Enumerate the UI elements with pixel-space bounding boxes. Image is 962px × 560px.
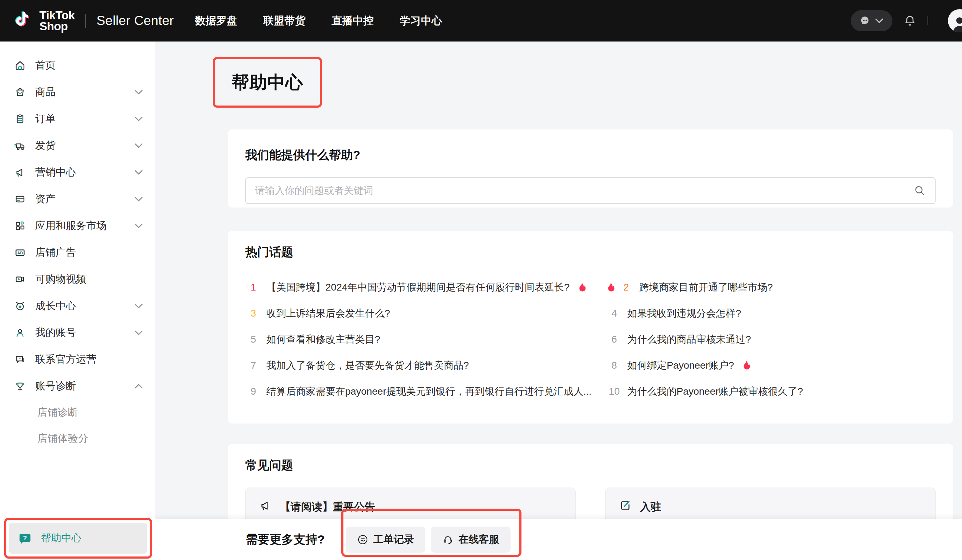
sidebar-item-label: 联系官方运营 (35, 352, 97, 366)
ticket-icon (357, 534, 368, 545)
announcement-megaphone-icon (259, 499, 272, 512)
logo-wordmark: TikTok Shop (39, 10, 74, 32)
hot-topics-heading: 热门话题 (245, 244, 936, 260)
topic-rank: 1 (245, 282, 261, 293)
top-navigation: 数据罗盘 联盟带货 直播中控 学习中心 (195, 14, 442, 28)
sidebar-item-my-account[interactable]: 我的账号 (0, 320, 155, 346)
support-button-label: 工单记录 (373, 533, 414, 547)
sidebar-item-shop-experience-score[interactable]: 店铺体验分 (0, 426, 155, 452)
sidebar-item-app-market[interactable]: 应用和服务市场 (0, 213, 155, 239)
sidebar-subitem-label: 店铺体验分 (37, 432, 88, 446)
ticket-records-button[interactable]: 工单记录 (346, 526, 425, 553)
topic-rank: 2 (618, 282, 634, 293)
sidebar-item-home[interactable]: 首页 (0, 52, 155, 79)
headset-icon (442, 534, 454, 545)
hot-topic-item[interactable]: 9 结算后商家需要在payoneer提现美元到银行，再到银行自行进行兑汇成人..… (245, 379, 592, 405)
person-icon (14, 327, 26, 339)
help-chat-icon: ? (18, 531, 32, 545)
hot-topic-item[interactable]: 6 为什么我的商品审核未通过? (606, 326, 936, 352)
top-bar: TikTok Shop Seller Center 数据罗盘 联盟带货 直播中控… (0, 0, 962, 42)
sidebar-item-label: 订单 (35, 112, 56, 126)
clipboard-icon (14, 113, 26, 125)
account-avatar[interactable] (948, 9, 962, 32)
chevron-down-icon (134, 196, 143, 202)
sidebar-item-help-center[interactable]: ? 帮助中心 (9, 523, 147, 554)
chevron-up-icon (134, 383, 143, 389)
hot-topic-item[interactable]: 10 为什么我的Payoneer账户被审核很久了? (606, 379, 936, 405)
hot-topic-item[interactable]: 1 【美国跨境】2024年中国劳动节假期期间是否有任何履行时间表延长? (245, 274, 592, 300)
hot-topic-item[interactable]: 4 如果我收到违规分会怎样? (606, 300, 936, 326)
sidebar-item-contact-ops[interactable]: 联系官方运营 (0, 346, 155, 373)
ad-icon: AD (14, 247, 26, 258)
chevron-down-icon (134, 303, 143, 309)
sidebar-item-account-diagnosis[interactable]: 账号诊断 (0, 373, 155, 400)
search-box (245, 177, 936, 204)
topbar-right-cluster (851, 9, 962, 32)
truck-icon (14, 140, 26, 152)
topic-text: 我加入了备货仓，是否要先备货才能售卖商品? (266, 359, 469, 372)
annotation-box-help-center: ? 帮助中心 (4, 518, 152, 558)
credit-card-icon (14, 193, 26, 205)
topic-rank: 10 (606, 386, 623, 397)
chevron-down-icon (134, 143, 143, 148)
nav-item-learning-center[interactable]: 学习中心 (400, 14, 442, 28)
sidebar-item-label: 商品 (35, 85, 56, 99)
main-content: 帮助中心 我们能提供什么帮助? 热门话题 1 【美国跨境】2024年中国劳动节假… (155, 42, 962, 560)
sidebar: 首页 商品 订单 发货 (0, 42, 155, 560)
sidebar-item-label: 发货 (35, 139, 56, 153)
hot-topics-grid: 1 【美国跨境】2024年中国劳动节假期期间是否有任何履行时间表延长? 2 跨境… (245, 274, 936, 405)
support-prompt: 需要更多支持? (245, 531, 325, 548)
nav-item-live-center[interactable]: 直播中控 (331, 14, 374, 28)
hot-topic-item[interactable]: 2 跨境商家目前开通了哪些市场? (606, 274, 936, 300)
hot-topic-item[interactable]: 5 如何查看和修改主营类目? (245, 326, 592, 352)
sidebar-item-label: 首页 (35, 58, 56, 73)
tiktok-note-icon (13, 10, 33, 32)
sidebar-item-label: 店铺广告 (35, 245, 76, 260)
search-icon[interactable] (914, 185, 926, 197)
support-button-label: 在线客服 (458, 533, 499, 547)
svg-text:?: ? (23, 534, 27, 542)
sidebar-item-shop-ads[interactable]: AD 店铺广告 (0, 239, 155, 266)
sidebar-item-shipping[interactable]: 发货 (0, 132, 155, 159)
topbar-mini-divider (928, 16, 928, 25)
topic-rank: 4 (606, 308, 623, 319)
topic-text: 收到上诉结果后会发生什么? (266, 307, 390, 320)
flame-icon (742, 360, 750, 371)
messages-pill-button[interactable] (851, 10, 892, 31)
sidebar-item-shoppable-video[interactable]: 可购物视频 (0, 266, 155, 293)
signup-pen-icon (619, 499, 631, 512)
sidebar-item-products[interactable]: 商品 (0, 79, 155, 105)
tiktok-shop-logo[interactable]: TikTok Shop (13, 10, 74, 32)
search-input[interactable] (255, 185, 914, 196)
home-icon (14, 60, 26, 71)
bell-icon[interactable] (903, 14, 917, 28)
app-grid-icon (14, 220, 26, 232)
faq-heading: 常见问题 (245, 457, 936, 473)
chat-bubble-icon (859, 15, 870, 26)
topic-text: 如何查看和修改主营类目? (266, 333, 380, 346)
sidebar-item-growth-center[interactable]: 成长中心 (0, 293, 155, 320)
topic-text: 为什么我的商品审核未通过? (627, 333, 751, 346)
hot-topic-item[interactable]: 7 我加入了备货仓，是否要先备货才能售卖商品? (245, 352, 592, 379)
nav-item-data-compass[interactable]: 数据罗盘 (195, 14, 237, 28)
chevron-down-icon (875, 18, 884, 24)
page-title: 帮助中心 (231, 71, 303, 94)
video-camera-icon (14, 273, 26, 285)
sidebar-item-finance[interactable]: 资产 (0, 186, 155, 213)
sidebar-item-label: 可购物视频 (35, 272, 86, 286)
sidebar-item-marketing[interactable]: 营销中心 (0, 159, 155, 186)
sidebar-item-label: 应用和服务市场 (35, 219, 107, 233)
nav-item-affiliate[interactable]: 联盟带货 (263, 14, 305, 28)
support-buttons: 工单记录 在线客服 (346, 526, 510, 553)
sidebar-item-shop-diagnosis[interactable]: 店铺诊断 (0, 400, 155, 426)
topic-text: 跨境商家目前开通了哪些市场? (639, 281, 773, 294)
support-bar: 需要更多支持? 工单记录 在线客服 (155, 519, 962, 560)
topic-text: 为什么我的Payoneer账户被审核很久了? (627, 385, 803, 398)
online-service-button[interactable]: 在线客服 (431, 526, 510, 553)
topic-text: 【美国跨境】2024年中国劳动节假期期间是否有任何履行时间表延长? (266, 281, 570, 294)
sidebar-item-label: 账号诊断 (35, 379, 76, 393)
sidebar-subitem-label: 店铺诊断 (37, 405, 78, 420)
sidebar-item-orders[interactable]: 订单 (0, 105, 155, 132)
hot-topic-item[interactable]: 8 如何绑定Payoneer账户? (606, 352, 936, 379)
hot-topic-item[interactable]: 3 收到上诉结果后会发生什么? (245, 300, 592, 326)
